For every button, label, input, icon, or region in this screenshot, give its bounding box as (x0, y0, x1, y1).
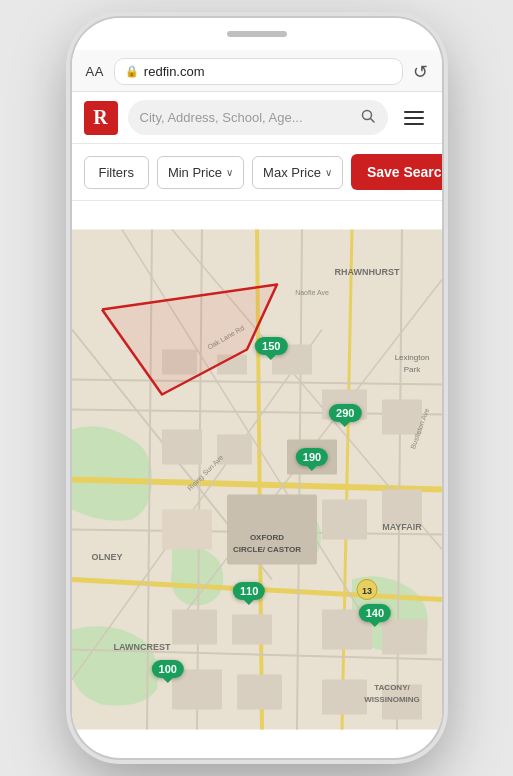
save-search-button[interactable]: Save Search (351, 154, 442, 190)
min-price-chevron: ∨ (226, 167, 233, 178)
svg-text:RHAWNHURST: RHAWNHURST (334, 267, 399, 277)
search-bar[interactable]: City, Address, School, Age... (128, 100, 388, 135)
svg-rect-37 (237, 675, 282, 710)
min-price-button[interactable]: Min Price ∨ (157, 156, 244, 189)
svg-text:TACONY/: TACONY/ (374, 683, 410, 692)
svg-rect-40 (227, 495, 317, 565)
map-marker-290[interactable]: 290 (329, 404, 361, 422)
phone-wrapper: AA 🔒 redfin.com ↻ R City, Address, Schoo… (0, 0, 513, 776)
url-text: redfin.com (144, 64, 205, 79)
aa-text[interactable]: AA (86, 64, 104, 79)
svg-text:WISSINOMING: WISSINOMING (364, 695, 420, 704)
filters-button[interactable]: Filters (84, 156, 149, 189)
svg-text:Naofle Ave: Naofle Ave (295, 289, 329, 296)
svg-rect-33 (232, 615, 272, 645)
svg-rect-35 (382, 620, 427, 655)
lock-icon: 🔒 (125, 65, 139, 78)
reload-button[interactable]: ↻ (413, 61, 428, 83)
redfin-header: R City, Address, School, Age... (72, 92, 442, 144)
browser-url-bar: AA 🔒 redfin.com ↻ (72, 50, 442, 91)
svg-text:CIRCLE/ CASTOR: CIRCLE/ CASTOR (233, 545, 301, 554)
svg-rect-31 (382, 490, 422, 525)
svg-text:Park: Park (403, 365, 420, 374)
map-marker-100[interactable]: 100 (152, 660, 184, 678)
svg-line-1 (370, 119, 374, 123)
svg-rect-38 (322, 680, 367, 715)
map-background: 13 RHAWNHURST Lexington Park OXFORD CIRC… (72, 201, 442, 758)
browser-chrome: AA 🔒 redfin.com ↻ (72, 50, 442, 92)
hamburger-line-1 (404, 111, 424, 113)
filter-bar: Filters Min Price ∨ Max Price ∨ Save Sea… (72, 144, 442, 201)
map-marker-150[interactable]: 150 (255, 337, 287, 355)
svg-text:LAWNCREST: LAWNCREST (113, 642, 170, 652)
map-marker-190[interactable]: 190 (296, 448, 328, 466)
max-price-label: Max Price (263, 165, 321, 180)
phone-frame: AA 🔒 redfin.com ↻ R City, Address, Schoo… (72, 18, 442, 758)
svg-text:Lexington: Lexington (394, 353, 429, 362)
map-marker-140[interactable]: 140 (359, 604, 391, 622)
url-field[interactable]: 🔒 redfin.com (114, 58, 403, 85)
svg-rect-32 (172, 610, 217, 645)
svg-rect-23 (162, 430, 202, 465)
map-area[interactable]: 13 RHAWNHURST Lexington Park OXFORD CIRC… (72, 201, 442, 758)
redfin-logo[interactable]: R (84, 101, 118, 135)
svg-text:OLNEY: OLNEY (91, 552, 122, 562)
max-price-chevron: ∨ (325, 167, 332, 178)
svg-rect-27 (162, 510, 212, 550)
svg-rect-30 (322, 500, 367, 540)
search-placeholder-text: City, Address, School, Age... (140, 110, 354, 125)
hamburger-line-3 (404, 123, 424, 125)
svg-text:MAYFAIR: MAYFAIR (382, 522, 422, 532)
map-marker-110[interactable]: 110 (233, 582, 265, 600)
phone-top (72, 18, 442, 50)
min-price-label: Min Price (168, 165, 222, 180)
hamburger-line-2 (404, 117, 424, 119)
max-price-button[interactable]: Max Price ∨ (252, 156, 343, 189)
hamburger-menu-button[interactable] (398, 102, 430, 134)
svg-text:OXFORD: OXFORD (249, 533, 283, 542)
search-icon (360, 108, 376, 127)
speaker (227, 31, 287, 37)
redfin-logo-letter: R (93, 106, 107, 129)
svg-text:13: 13 (361, 586, 371, 596)
